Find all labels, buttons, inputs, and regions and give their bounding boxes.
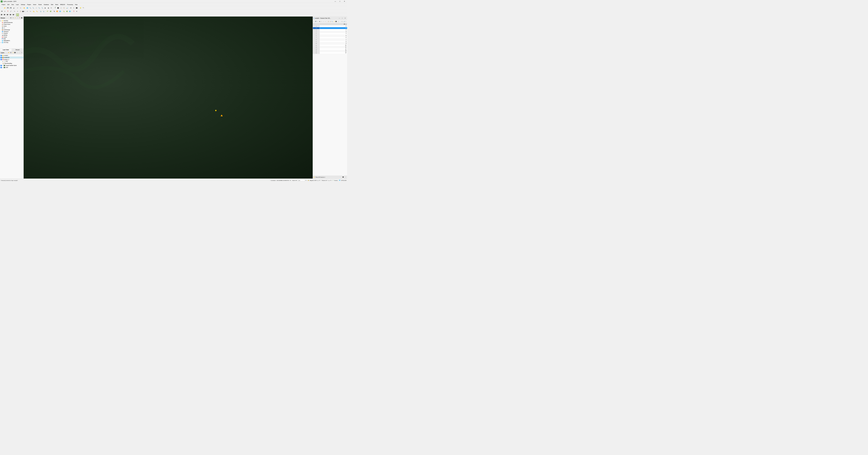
magnifier-down[interactable]: ▼ — [319, 180, 320, 181]
menu-settings[interactable]: Settings — [20, 3, 26, 5]
tb2-btn5[interactable]: ✏ — [13, 10, 16, 13]
toolbar-label[interactable]: T▼ — [82, 6, 85, 9]
table-row[interactable]: 1211 — [313, 46, 347, 48]
toolbar-tips[interactable]: 💡 — [79, 6, 82, 9]
menu-plugins[interactable]: Plugins — [26, 3, 32, 5]
browser-item-wms[interactable]: ▶ 🌐 WMS/WMTS — [0, 40, 24, 41]
layers-add-btn[interactable]: ➕ — [10, 52, 12, 54]
menu-help[interactable]: Help — [74, 3, 79, 5]
toolbar-identify[interactable]: 🖱▼ — [54, 6, 57, 9]
layer-check-sample1[interactable] — [0, 55, 2, 56]
tb2-grass2[interactable]: 🌿 — [49, 10, 52, 13]
toolbar-sigma[interactable]: Σ — [72, 6, 75, 9]
map-area[interactable] — [24, 17, 313, 178]
layer-check-polygon3[interactable] — [0, 59, 2, 60]
layers-filter-btn[interactable]: ⚡ — [12, 52, 14, 54]
tb2-btn6[interactable]: ✂ — [16, 10, 19, 13]
tb2-gpx2[interactable]: 📡 — [42, 10, 45, 13]
toolbar-stats[interactable]: 📊 — [65, 6, 68, 9]
table-row[interactable]: 10 — [313, 25, 347, 27]
toolbar-deselect[interactable]: ⬜ — [60, 6, 62, 9]
magnifier-up[interactable]: ▲ — [317, 180, 318, 181]
table-row[interactable]: 43 — [313, 31, 347, 33]
table-row[interactable]: 32 — [313, 29, 347, 31]
tb2-info[interactable]: ➡ — [75, 10, 78, 13]
attr-footer-btn1[interactable]: ⬛ — [342, 176, 344, 178]
toolbar-zoom-in[interactable]: 🔍 — [29, 6, 32, 9]
browser-item-db2[interactable]: ▶ DB2 DB2 — [0, 38, 24, 40]
attr-redo-btn[interactable]: ↪ — [325, 21, 327, 23]
table-row[interactable]: 1312 — [313, 48, 347, 50]
toolbar-settings[interactable]: ⚙ — [69, 6, 72, 9]
layer-item-sample1[interactable]: sample1 — [0, 55, 24, 57]
attr-reload-btn[interactable]: ↻ — [317, 21, 319, 23]
tb2-gps2[interactable]: 📶 — [56, 10, 59, 13]
scale-dropdown[interactable]: ▾ — [306, 180, 306, 181]
layer-item-sample100[interactable]: sample100 — [0, 57, 24, 59]
table-row[interactable]: 98 — [313, 40, 347, 42]
menu-view[interactable]: View — [10, 3, 15, 5]
table-row[interactable]: 21 — [313, 27, 347, 29]
browser-item-home[interactable]: ▶ 🏠 Home — [0, 25, 24, 27]
browser-float-btn[interactable]: ⬛ — [21, 17, 23, 19]
browser-filter-btn[interactable]: ⚡ — [14, 17, 17, 19]
browser-item-favorites[interactable]: ▶ ⭐ Favorites — [0, 20, 24, 22]
tb2-gps1[interactable]: 🛰 — [53, 10, 56, 13]
tb2-python3[interactable]: 🌐 — [68, 10, 71, 13]
browser-item-mssql[interactable]: ▶ 🗃 MSSQL — [0, 34, 24, 36]
attr-undo-btn[interactable]: ↩ — [323, 21, 324, 23]
tb3-btn1[interactable]: ⬛▼ — [0, 13, 3, 17]
toolbar-pan2[interactable]: 🌐 — [26, 6, 29, 9]
toolbar-open[interactable]: 📂 — [3, 6, 6, 9]
toolbar-pan[interactable]: ✋ — [23, 6, 26, 9]
menu-project[interactable]: Project — [1, 3, 6, 5]
layer-check-sample100[interactable] — [0, 57, 2, 58]
layers-up-btn[interactable]: ↑ — [17, 52, 19, 54]
tb2-gpx[interactable]: 📡 — [39, 10, 42, 13]
browser-item-project-home[interactable]: ▶ 🏠 Project Home — [0, 23, 24, 25]
toolbar-select[interactable]: ⬛ — [57, 6, 60, 9]
layer-check-google[interactable] — [0, 65, 2, 66]
tb2-btn7[interactable]: 📋 — [19, 10, 22, 13]
table-row[interactable]: 109 — [313, 42, 347, 44]
menu-web[interactable]: Web — [50, 3, 54, 5]
show-all-features-btn[interactable]: ⚡ Show All Features ▾ — [313, 176, 325, 178]
attr-stats-btn[interactable]: 📊 — [343, 21, 345, 23]
browser-refresh-btn[interactable]: ↻ — [12, 17, 14, 19]
attr-calc-btn[interactable]: ⚙ — [341, 21, 343, 23]
tb3-btn2[interactable]: ⬛▼ — [3, 13, 6, 17]
menu-mesh[interactable]: Mesh — [54, 3, 59, 5]
scale-input[interactable]: 1:67 — [298, 180, 305, 181]
menu-mmqgis[interactable]: MMQGIS — [59, 3, 66, 5]
toolbar-zoom-full[interactable]: ⬜ — [35, 6, 38, 9]
tb2-btn9[interactable]: ↩ — [26, 10, 29, 13]
layers-down-btn[interactable]: ↓ — [19, 52, 21, 54]
tb2-btn11[interactable]: 📐 — [32, 10, 35, 13]
layer-item-google[interactable]: ▼ Google Satellite Hybrid — [0, 65, 24, 67]
browser-item-xyz[interactable]: ▼ 🌐 XYZ Tiles — [0, 41, 24, 43]
attr-add-btn[interactable]: ➕ — [319, 21, 321, 23]
tb2-btn1[interactable]: 🗺 — [0, 10, 3, 13]
attr-deselect-btn[interactable]: ⬜ — [337, 21, 339, 23]
tb2-help[interactable]: ❓ — [72, 10, 75, 13]
table-row[interactable]: 87 — [313, 39, 347, 40]
tb2-gps3[interactable]: 🌐 — [59, 10, 62, 13]
attr-delete-btn[interactable]: ✕ — [321, 21, 323, 23]
tab-layer-order[interactable]: Layer Order — [0, 48, 12, 51]
tb2-btn4[interactable]: 🖊 — [9, 10, 12, 13]
tb3-btn4[interactable]: ⬛▼ — [9, 13, 12, 17]
browser-item-geopackage[interactable]: ▶ 📦 GeoPackage — [0, 29, 24, 31]
browser-item-spatialite[interactable]: ▶ 🔷 SpatiaLite — [0, 31, 24, 32]
layer-item-ghi[interactable]: ▶ GHI — [0, 60, 24, 62]
tb3-btn5[interactable]: ⬛▼ — [12, 13, 15, 17]
attr-invert-btn[interactable]: ↕ — [339, 21, 341, 23]
toolbar-zoom-select[interactable]: 🔍 — [41, 6, 44, 9]
browser-item-oracle[interactable]: ▶ ⭕ Oracle — [0, 36, 24, 38]
maximize-button[interactable]: □ — [338, 0, 342, 3]
tab-browser[interactable]: Browser — [12, 48, 24, 51]
menu-layer[interactable]: Layer — [15, 3, 20, 5]
table-row[interactable]: 1413 — [313, 50, 347, 52]
table-row[interactable]: 54 — [313, 33, 347, 35]
tb2-btn10[interactable]: ↪ — [29, 10, 32, 13]
table-row[interactable]: 1514 — [313, 52, 347, 54]
